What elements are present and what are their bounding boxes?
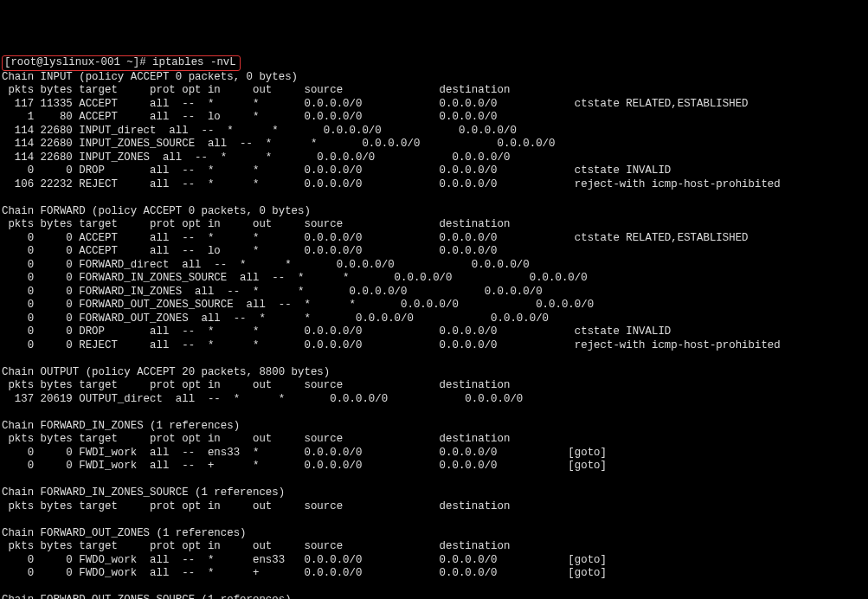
column-header: pkts bytes target prot opt in out source… — [2, 500, 866, 514]
blank-line — [2, 473, 866, 487]
column-header: pkts bytes target prot opt in out source… — [2, 540, 866, 554]
rule-row: 0 0 FWDI_work all -- ens33 * 0.0.0.0/0 0… — [2, 447, 866, 461]
column-header: pkts bytes target prot opt in out source… — [2, 379, 866, 393]
chain-header: Chain FORWARD_OUT_ZONES (1 references) — [2, 527, 866, 541]
rule-row: 0 0 ACCEPT all -- lo * 0.0.0.0/0 0.0.0.0… — [2, 245, 866, 259]
terminal-output: Chain INPUT (policy ACCEPT 0 packets, 0 … — [2, 71, 866, 600]
rule-row: 0 0 FORWARD_direct all -- * * 0.0.0.0/0 … — [2, 259, 866, 273]
rule-row: 0 0 DROP all -- * * 0.0.0.0/0 0.0.0.0/0 … — [2, 164, 866, 178]
prompt-prefix: [root@lyslinux-001 ~]# — [4, 56, 152, 68]
rule-row: 106 22232 REJECT all -- * * 0.0.0.0/0 0.… — [2, 178, 866, 192]
blank-line — [2, 513, 866, 527]
blank-line — [2, 191, 866, 205]
rule-row: 0 0 DROP all -- * * 0.0.0.0/0 0.0.0.0/0 … — [2, 325, 866, 339]
rule-row: 0 0 FWDI_work all -- + * 0.0.0.0/0 0.0.0… — [2, 460, 866, 473]
rule-row: 0 0 FORWARD_OUT_ZONES_SOURCE all -- * * … — [2, 299, 866, 312]
command-text: iptables -nvL — [152, 56, 236, 68]
rule-row: 0 0 FWDO_work all -- * + 0.0.0.0/0 0.0.0… — [2, 567, 866, 581]
column-header: pkts bytes target prot opt in out source… — [2, 433, 866, 447]
chain-header: Chain FORWARD_IN_ZONES_SOURCE (1 referen… — [2, 486, 866, 500]
rule-row: 0 0 REJECT all -- * * 0.0.0.0/0 0.0.0.0/… — [2, 339, 866, 353]
column-header: pkts bytes target prot opt in out source… — [2, 84, 866, 98]
rule-row: 117 11335 ACCEPT all -- * * 0.0.0.0/0 0.… — [2, 98, 866, 112]
prompt-line[interactable]: [root@lyslinux-001 ~]# iptables -nvL — [2, 55, 241, 71]
column-header: pkts bytes target prot opt in out source… — [2, 218, 866, 232]
chain-header: Chain OUTPUT (policy ACCEPT 20 packets, … — [2, 366, 866, 380]
rule-row: 137 20619 OUTPUT_direct all -- * * 0.0.0… — [2, 393, 866, 407]
rule-row: 0 0 FORWARD_IN_ZONES all -- * * 0.0.0.0/… — [2, 286, 866, 300]
rule-row: 0 0 ACCEPT all -- * * 0.0.0.0/0 0.0.0.0/… — [2, 232, 866, 246]
rule-row: 1 80 ACCEPT all -- lo * 0.0.0.0/0 0.0.0.… — [2, 111, 866, 125]
rule-row: 114 22680 INPUT_ZONES all -- * * 0.0.0.0… — [2, 151, 866, 165]
rule-row: 114 22680 INPUT_ZONES_SOURCE all -- * * … — [2, 138, 866, 151]
blank-line — [2, 352, 866, 366]
chain-header: Chain FORWARD (policy ACCEPT 0 packets, … — [2, 205, 866, 219]
chain-header: Chain FORWARD_IN_ZONES (1 references) — [2, 420, 866, 434]
rule-row: 0 0 FORWARD_OUT_ZONES all -- * * 0.0.0.0… — [2, 312, 866, 326]
chain-header: Chain INPUT (policy ACCEPT 0 packets, 0 … — [2, 71, 866, 85]
blank-line — [2, 581, 866, 595]
rule-row: 0 0 FORWARD_IN_ZONES_SOURCE all -- * * 0… — [2, 272, 866, 286]
rule-row: 0 0 FWDO_work all -- * ens33 0.0.0.0/0 0… — [2, 554, 866, 568]
rule-row: 114 22680 INPUT_direct all -- * * 0.0.0.… — [2, 125, 866, 138]
chain-header: Chain FORWARD_OUT_ZONES_SOURCE (1 refere… — [2, 594, 866, 599]
blank-line — [2, 406, 866, 420]
